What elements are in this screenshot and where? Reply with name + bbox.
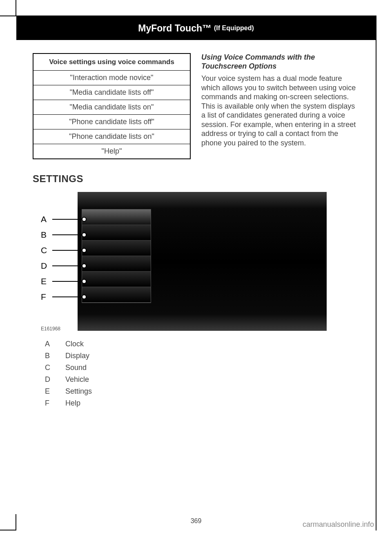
legend-value: Vehicle [65, 375, 89, 384]
legend-key: B [45, 352, 65, 360]
settings-heading: SETTINGS [33, 173, 359, 185]
settings-panel [82, 209, 151, 303]
callout-line [52, 265, 84, 266]
callout-line [52, 250, 84, 251]
voice-commands-table: Voice settings using voice commands "Int… [33, 53, 191, 159]
touchscreen-graphic [78, 192, 327, 331]
legend-key: E [45, 387, 65, 396]
callout-line [52, 296, 84, 297]
subsection-heading: Using Voice Commands with the Touchscree… [201, 53, 359, 71]
legend-value: Clock [65, 340, 84, 348]
table-row: "Phone candidate lists on" [33, 129, 190, 144]
callout-letter: A [41, 214, 52, 224]
callout-letter: E [41, 276, 52, 286]
legend-value: Display [65, 352, 89, 360]
body-paragraph: Your voice system has a dual mode featur… [201, 74, 359, 147]
legend-value: Help [65, 399, 80, 408]
callout-line [52, 281, 84, 282]
page-header: MyFord Touch™ (If Equipped) [16, 16, 376, 40]
legend-key: F [45, 399, 65, 408]
crop-mark [0, 16, 16, 16]
table-header: Voice settings using voice commands [33, 54, 190, 71]
watermark: carmanualsonline.info [303, 520, 374, 529]
legend-value: Sound [65, 363, 87, 372]
legend-key: D [45, 375, 65, 384]
crop-mark [16, 0, 16, 16]
callout-letter: D [41, 261, 52, 271]
settings-figure: A B C D E F E161968 [41, 192, 327, 331]
table-row: "Interaction mode novice" [33, 71, 190, 85]
callout-line [52, 234, 84, 235]
table-row: "Media candidate lists on" [33, 100, 190, 115]
header-title: MyFord Touch™ [138, 23, 212, 34]
callout-labels: A B C D E F [41, 212, 84, 305]
header-subtitle: (If Equipped) [214, 25, 254, 32]
table-row: "Media candidate lists off" [33, 85, 190, 100]
callout-line [52, 219, 84, 220]
figure-legend: AClock BDisplay CSound DVehicle ESetting… [33, 338, 359, 409]
callout-letter: B [41, 230, 52, 240]
figure-id: E161968 [41, 326, 60, 332]
legend-key: C [45, 363, 65, 372]
crop-mark [0, 530, 16, 530]
callout-letter: F [41, 292, 52, 302]
legend-value: Settings [65, 387, 92, 396]
page-content: Voice settings using voice commands "Int… [33, 53, 359, 513]
legend-key: A [45, 340, 65, 348]
callout-letter: C [41, 245, 52, 255]
table-row: "Help" [33, 144, 190, 158]
table-row: "Phone candidate lists off" [33, 115, 190, 129]
